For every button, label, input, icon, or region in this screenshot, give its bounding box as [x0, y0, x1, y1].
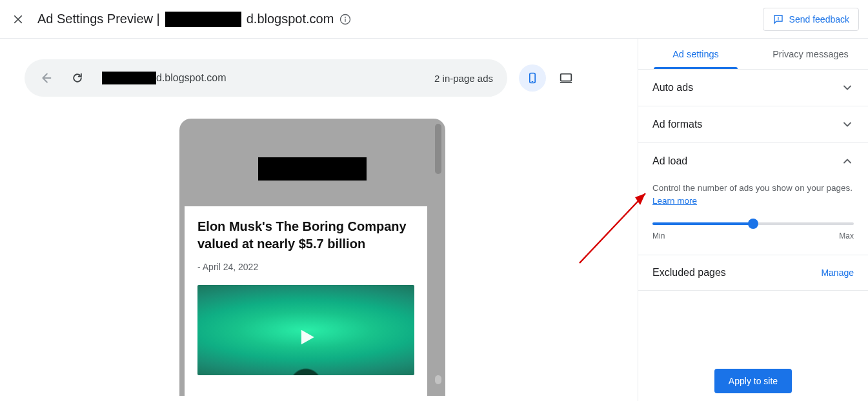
- chevron-down-icon: [841, 81, 854, 94]
- send-feedback-button[interactable]: Send feedback: [763, 8, 859, 31]
- slider-max-label: Max: [839, 231, 854, 240]
- section-ad-formats-label: Ad formats: [652, 119, 702, 130]
- tab-ad-settings-label: Ad settings: [672, 49, 719, 59]
- page-title: Ad Settings Preview | d.blogspot.com: [37, 12, 352, 27]
- url-text[interactable]: d.blogspot.com: [102, 72, 416, 84]
- main-area: d.blogspot.com 2 in-page ads Elon Musk's…: [0, 39, 868, 401]
- back-button[interactable]: [39, 71, 53, 85]
- ad-count-text: 2 in-page ads: [434, 73, 493, 84]
- preview-scrollbar[interactable]: [435, 124, 441, 174]
- svg-rect-2: [345, 18, 346, 21]
- device-toggle: [519, 64, 580, 92]
- play-icon: [295, 326, 317, 348]
- section-ad-load-label: Ad load: [652, 155, 687, 167]
- excluded-pages-label: Excluded pages: [652, 267, 726, 279]
- article-card: Elon Musk's The Boring Company valued at…: [185, 206, 427, 396]
- section-ad-formats[interactable]: Ad formats: [638, 106, 868, 143]
- tab-ad-settings[interactable]: Ad settings: [638, 39, 753, 69]
- close-button[interactable]: [9, 10, 27, 28]
- apply-label: Apply to site: [729, 376, 778, 386]
- slider-thumb[interactable]: [748, 219, 758, 229]
- section-auto-ads[interactable]: Auto ads: [638, 70, 868, 106]
- article-title: Elon Musk's The Boring Company valued at…: [197, 218, 414, 253]
- reload-icon: [71, 72, 84, 84]
- svg-rect-8: [560, 82, 572, 83]
- close-icon: [12, 14, 24, 25]
- section-ad-load-body: Control the number of ads you show on yo…: [638, 179, 868, 255]
- slider-min-label: Min: [652, 231, 665, 240]
- learn-more-link[interactable]: Learn more: [652, 196, 697, 206]
- svg-rect-7: [561, 74, 572, 81]
- arrow-left-icon: [39, 71, 53, 85]
- url-suffix: d.blogspot.com: [156, 72, 227, 84]
- feedback-icon: [772, 14, 784, 25]
- settings-tabs: Ad settings Privacy messages: [638, 39, 868, 70]
- device-desktop-button[interactable]: [552, 64, 580, 92]
- slider-track: [652, 222, 854, 225]
- apply-to-site-button[interactable]: Apply to site: [714, 369, 792, 393]
- chevron-up-icon: [841, 155, 854, 168]
- ad-load-description: Control the number of ads you show on yo…: [652, 182, 854, 208]
- slider-labels: Min Max: [652, 231, 854, 240]
- section-auto-ads-label: Auto ads: [652, 82, 693, 93]
- svg-point-1: [345, 16, 346, 17]
- settings-panel: Ad settings Privacy messages Auto ads Ad…: [638, 39, 868, 401]
- section-ad-load[interactable]: Ad load: [638, 143, 868, 179]
- section-excluded-pages: Excluded pages Manage: [638, 255, 868, 291]
- preview-area: d.blogspot.com 2 in-page ads Elon Musk's…: [0, 39, 638, 401]
- send-feedback-label: Send feedback: [789, 14, 849, 24]
- title-suffix: d.blogspot.com: [247, 12, 334, 26]
- url-row: d.blogspot.com 2 in-page ads: [0, 59, 638, 97]
- ad-load-slider[interactable]: Min Max: [652, 222, 854, 240]
- desktop-icon: [558, 71, 574, 85]
- reload-button[interactable]: [71, 72, 84, 84]
- svg-rect-6: [532, 81, 534, 82]
- info-icon[interactable]: [339, 13, 352, 26]
- svg-line-9: [580, 193, 645, 263]
- article-date: - April 24, 2022: [197, 262, 414, 272]
- chevron-down-icon: [841, 118, 854, 131]
- article-thumbnail[interactable]: [197, 285, 414, 375]
- title-prefix: Ad Settings Preview |: [37, 12, 160, 26]
- slider-fill: [652, 222, 753, 225]
- ad-load-desc-text: Control the number of ads you show on yo…: [652, 183, 853, 193]
- redacted-url-block: [102, 72, 156, 84]
- mobile-icon: [526, 70, 539, 86]
- url-bar: d.blogspot.com 2 in-page ads: [25, 59, 507, 97]
- preview-frame[interactable]: Elon Musk's The Boring Company valued at…: [179, 119, 445, 396]
- svg-point-4: [778, 19, 779, 21]
- tab-privacy-messages[interactable]: Privacy messages: [753, 39, 868, 69]
- redacted-site-header: [258, 157, 367, 181]
- svg-rect-3: [778, 17, 778, 19]
- manage-link[interactable]: Manage: [821, 268, 854, 278]
- tab-privacy-label: Privacy messages: [772, 49, 849, 59]
- redacted-domain-block: [165, 12, 241, 27]
- top-bar: Ad Settings Preview | d.blogspot.com Sen…: [0, 0, 868, 39]
- apply-footer: Apply to site: [638, 361, 868, 401]
- top-bar-left: Ad Settings Preview | d.blogspot.com: [9, 10, 352, 28]
- device-mobile-button[interactable]: [519, 64, 546, 92]
- preview-scrollbar-bottom[interactable]: [435, 375, 441, 384]
